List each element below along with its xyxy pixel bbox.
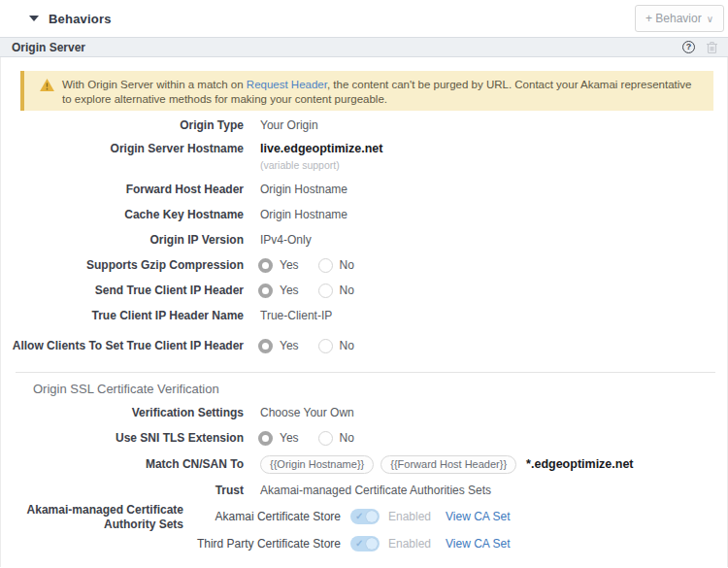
help-icon[interactable]: ? [682,41,695,53]
row-match-cn-san: Match CN/SAN To {{Origin Hostname}} {{Fo… [1,451,727,478]
origin-server-form: Origin Type Your Origin Origin Server Ho… [1,113,727,568]
warning-icon [40,79,54,95]
akamai-certificate-store-label: Akamai Certificate Store [193,510,341,523]
supports-gzip-label: Supports Gzip Compression [1,258,244,273]
section-divider [16,372,715,373]
use-sni-label: Use SNI TLS Extension [1,431,244,446]
send-true-client-ip-label: Send True Client IP Header [1,284,244,298]
toggle-knob [366,511,378,522]
third-party-certificate-store-toggle[interactable]: ✓ [350,536,380,551]
sni-yes-radio[interactable] [258,431,273,446]
add-behavior-label: + Behavior [645,12,702,25]
forward-host-header-value: Origin Hostname [260,183,347,196]
row-use-sni: Use SNI TLS Extension Yes No [1,425,727,451]
row-verification-settings: Verification Settings Choose Your Own [1,400,727,425]
trash-icon[interactable] [706,41,718,54]
caret-down-icon[interactable] [29,16,39,21]
ssl-section-heading: Origin SSL Certificate Verification [33,382,727,396]
allow-tcip-no-label: No [340,339,354,352]
row-allow-clients-set-tcip: Allow Clients To Set True Client IP Head… [1,328,727,363]
purge-warning-banner: With Origin Server within a match on Req… [20,71,713,111]
behaviors-header: Behaviors + Behavior ∨ [0,0,728,37]
check-icon: ✓ [355,539,363,549]
cache-key-hostname-label: Cache Key Hostname [1,208,244,222]
cn-san-chip-origin-hostname: {{Origin Hostname}} [260,455,374,474]
row-send-true-client-ip: Send True Client IP Header Yes No [1,278,727,303]
origin-type-value: Your Origin [260,118,318,132]
trust-label: Trust [1,484,244,498]
forward-host-header-label: Forward Host Header [1,183,244,197]
origin-type-label: Origin Type [1,118,244,133]
akamai-certificate-store-status: Enabled [388,510,431,523]
row-ca-sets: Akamai-managed Certificate Authority Set… [1,503,727,557]
variable-support-note: (variable support) [260,159,382,171]
row-cache-key-hostname: Cache Key Hostname Origin Hostname [1,202,727,227]
row-origin-type: Origin Type Your Origin [1,113,727,138]
gzip-no-radio[interactable] [318,258,333,273]
gzip-yes-label: Yes [280,258,299,272]
sni-no-label: No [340,431,354,445]
cn-san-literal-value: *.edgeoptimize.net [526,457,633,471]
row-origin-server-hostname: Origin Server Hostname live.edgeoptimize… [1,138,727,177]
send-tcip-no-label: No [340,284,354,297]
cn-san-chip-forward-host-header: {{Forward Host Header}} [381,455,516,474]
akamai-certificate-store-toggle[interactable]: ✓ [350,509,380,524]
third-party-certificate-store-status: Enabled [388,537,431,551]
sni-yes-label: Yes [280,431,299,445]
allow-clients-set-tcip-label: Allow Clients To Set True Client IP Head… [1,339,244,353]
row-true-client-ip-header-name: True Client IP Header Name True-Client-I… [1,303,727,328]
sni-no-radio[interactable] [318,431,333,446]
behaviors-title: Behaviors [49,12,112,26]
origin-server-card-body: With Origin Server within a match on Req… [0,57,728,567]
allow-tcip-no-radio[interactable] [318,339,333,353]
row-forward-host-header: Forward Host Header Origin Hostname [1,177,727,202]
origin-server-title: Origin Server [12,41,85,54]
warning-text-prefix: With Origin Server within a match on [62,79,247,90]
send-tcip-no-radio[interactable] [318,284,333,298]
third-party-certificate-store-label: Third Party Certificate Store [193,537,341,551]
true-client-ip-header-name-value: True-Client-IP [260,309,332,322]
verification-settings-label: Verification Settings [1,406,244,420]
origin-server-card-header[interactable]: Origin Server ? [0,37,728,57]
origin-server-hostname-value: live.edgeoptimize.net [260,142,382,155]
third-party-certificate-store-row: Third Party Certificate Store ✓ Enabled … [193,530,511,557]
match-cn-san-label: Match CN/SAN To [1,457,244,472]
gzip-no-label: No [340,258,354,272]
row-origin-ip-version: Origin IP Version IPv4-Only [1,227,727,252]
send-tcip-yes-radio[interactable] [258,284,273,298]
row-trust: Trust Akamai-managed Certificate Authori… [1,478,727,503]
origin-ip-version-label: Origin IP Version [1,233,244,248]
add-behavior-button[interactable]: + Behavior ∨ [635,5,724,32]
send-tcip-yes-label: Yes [280,284,299,297]
true-client-ip-header-name-label: True Client IP Header Name [1,309,244,323]
check-icon: ✓ [355,512,363,521]
ca-sets-label: Akamai-managed Certificate Authority Set… [1,503,183,532]
origin-server-hostname-label: Origin Server Hostname [1,142,244,156]
row-supports-gzip: Supports Gzip Compression Yes No [1,252,727,278]
request-header-link[interactable]: Request Header [247,79,327,90]
third-party-view-ca-set-link[interactable]: View CA Set [446,537,510,551]
warning-text: With Origin Server within a match on Req… [62,75,702,107]
akamai-certificate-store-row: Akamai Certificate Store ✓ Enabled View … [193,503,511,530]
chevron-down-icon: ∨ [707,14,713,24]
toggle-knob [366,538,378,550]
origin-ip-version-value: IPv4-Only [260,233,312,247]
allow-tcip-yes-radio[interactable] [258,339,273,353]
cache-key-hostname-value: Origin Hostname [260,208,347,221]
trust-value: Akamai-managed Certificate Authorities S… [260,484,491,497]
akamai-view-ca-set-link[interactable]: View CA Set [446,510,510,523]
gzip-yes-radio[interactable] [258,258,273,273]
allow-tcip-yes-label: Yes [280,339,299,352]
verification-settings-value: Choose Your Own [260,406,354,419]
